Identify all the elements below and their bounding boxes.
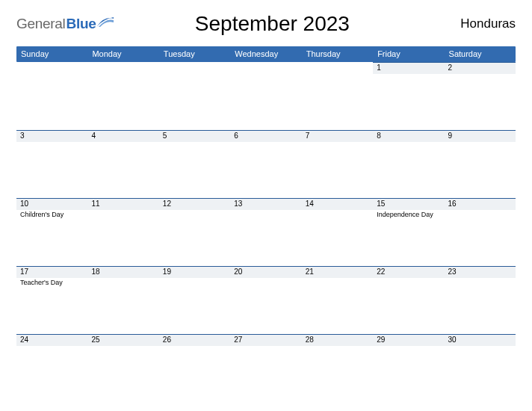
day-number: 1 [373,63,444,74]
day-number: 25 [87,335,158,346]
day-number: 11 [87,199,158,210]
day-number: 4 [87,131,158,142]
day-number: 13 [230,199,301,210]
calendar-cell: 11 [87,198,158,266]
day-number: 24 [16,335,87,346]
calendar-cell: 20 [230,266,301,334]
day-number: 9 [445,131,516,142]
weekday-header: Thursday [302,46,373,62]
weekday-header-row: Sunday Monday Tuesday Wednesday Thursday… [16,46,516,62]
day-number: 20 [230,267,301,278]
day-number: 8 [373,131,444,142]
calendar-cell: 15Independence Day [373,198,444,266]
day-number: 15 [373,199,444,210]
day-number: 22 [373,267,444,278]
day-number: 2 [445,63,516,74]
calendar-cell: 4 [87,130,158,198]
calendar-cell: 30 [445,334,516,402]
calendar-cell [159,62,230,130]
calendar-cell: 9 [445,130,516,198]
calendar-cell: 21 [302,266,373,334]
calendar-cell: 14 [302,198,373,266]
calendar-cell: 3 [16,130,87,198]
day-number: 28 [302,335,373,346]
day-number: 7 [302,131,373,142]
calendar-cell: 26 [159,334,230,402]
calendar-cell: 18 [87,266,158,334]
logo: General Blue [16,16,114,32]
calendar-cell: 27 [230,334,301,402]
calendar-cell [16,62,87,130]
day-event: Children's Day [16,210,87,218]
calendar-cell: 5 [159,130,230,198]
calendar-cell: 28 [302,334,373,402]
calendar-cell: 19 [159,266,230,334]
calendar-region: Honduras [460,16,516,31]
weekday-header: Sunday [16,46,87,62]
calendar-cell [230,62,301,130]
day-number: 19 [159,267,230,278]
day-number: 3 [16,131,87,142]
logo-text-general: General [16,16,66,32]
weekday-header: Friday [373,46,444,62]
day-number: 10 [16,199,87,210]
calendar-cell: 2 [445,62,516,130]
calendar-cell: 24 [16,334,87,402]
calendar-cell: 6 [230,130,301,198]
logo-text-blue: Blue [66,16,96,32]
calendar-header: General Blue September 2023 Honduras [16,6,516,42]
logo-arc-icon [97,16,114,29]
calendar-cell: 12 [159,198,230,266]
day-number: 16 [445,199,516,210]
day-number: 30 [445,335,516,346]
day-number: 18 [87,267,158,278]
calendar-cell: 23 [445,266,516,334]
calendar-cell [302,62,373,130]
day-number: 5 [159,131,230,142]
calendar-cell: 17Teacher's Day [16,266,87,334]
day-number: 21 [302,267,373,278]
calendar-cell: 13 [230,198,301,266]
calendar-cell: 1 [373,62,444,130]
calendar-grid: 12345678910Children's Day1112131415Indep… [16,62,516,402]
calendar-cell: 22 [373,266,444,334]
calendar-cell: 25 [87,334,158,402]
calendar-cell: 8 [373,130,444,198]
weekday-header: Tuesday [159,46,230,62]
day-number: 23 [445,267,516,278]
calendar-cell: 16 [445,198,516,266]
day-number: 26 [159,335,230,346]
day-number: 6 [230,131,301,142]
calendar-cell: 7 [302,130,373,198]
calendar-title: September 2023 [195,12,350,36]
day-number: 29 [373,335,444,346]
day-number: 27 [230,335,301,346]
weekday-header: Monday [87,46,158,62]
weekday-header: Saturday [445,46,516,62]
calendar-cell [87,62,158,130]
weekday-header: Wednesday [230,46,301,62]
calendar-cell: 10Children's Day [16,198,87,266]
day-number: 12 [159,199,230,210]
day-number: 14 [302,199,373,210]
day-number: 17 [16,267,87,278]
day-event: Independence Day [373,210,444,218]
calendar-cell: 29 [373,334,444,402]
day-event: Teacher's Day [16,278,87,286]
